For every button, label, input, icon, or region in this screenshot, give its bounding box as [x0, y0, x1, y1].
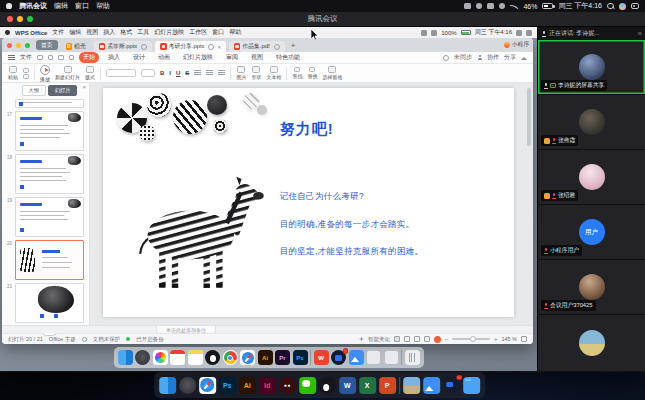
- file-menu-button[interactable]: 文件: [20, 53, 32, 62]
- new-tab-button[interactable]: +: [288, 41, 299, 52]
- print-icon[interactable]: [48, 55, 54, 61]
- align-right-icon[interactable]: [218, 70, 225, 76]
- video-tile[interactable]: 张燕霞: [538, 95, 645, 150]
- tab-home[interactable]: 首页: [36, 40, 58, 50]
- siri-icon[interactable]: [619, 3, 626, 10]
- status-icon[interactable]: [476, 3, 483, 10]
- photo-file-icon[interactable]: [403, 377, 420, 394]
- launchpad-icon[interactable]: [179, 377, 196, 394]
- finder-icon[interactable]: [118, 350, 133, 365]
- close-panel-icon[interactable]: ×: [82, 84, 86, 90]
- font-family-select[interactable]: [106, 69, 136, 77]
- photoshop-icon[interactable]: Ps: [219, 377, 236, 394]
- menu-item-help[interactable]: 帮助: [96, 1, 110, 11]
- tab-document-active[interactable]: 考研分享.pptx×: [155, 41, 226, 52]
- wps-icon[interactable]: W: [314, 350, 329, 365]
- weiyun-icon[interactable]: [423, 377, 440, 394]
- wps-zoom-button[interactable]: [25, 43, 30, 48]
- sync-status[interactable]: 未同步: [454, 53, 472, 62]
- align-left-icon[interactable]: [194, 70, 201, 76]
- share-button[interactable]: 分享: [504, 53, 516, 62]
- powerpoint-icon[interactable]: P: [379, 377, 396, 394]
- insert-picture-button[interactable]: 图片: [236, 66, 246, 80]
- close-tab-icon[interactable]: ×: [217, 44, 221, 50]
- paste-button[interactable]: 粘贴: [8, 66, 18, 80]
- collapse-ribbon-icon[interactable]: [521, 54, 527, 60]
- spotlight-search-icon[interactable]: [607, 3, 614, 10]
- vertical-scrollbar[interactable]: [527, 88, 531, 146]
- creative-cloud-icon[interactable]: ●●: [279, 377, 296, 394]
- qq-icon[interactable]: [205, 350, 220, 365]
- collaborate-button[interactable]: 协作: [487, 53, 499, 62]
- zoom-button[interactable]: [27, 16, 33, 22]
- ribbon-tab-review[interactable]: 审阅: [222, 52, 242, 63]
- ribbon-tab-insert[interactable]: 插入: [104, 52, 124, 63]
- collapse-sidebar-icon[interactable]: »: [638, 29, 641, 38]
- slide-thumbnail-18[interactable]: 18: [15, 154, 84, 194]
- applet-entry[interactable]: 小程序: [504, 40, 529, 49]
- menubar-clock[interactable]: 周三 下午4:16: [558, 1, 602, 11]
- photoshop-icon[interactable]: Ps: [293, 350, 308, 365]
- slide-canvas[interactable]: 努力吧! 记住自己为什么考研? 目的明确,准备的每一步才会踏实。 目的坚定,才能…: [90, 83, 533, 325]
- bold-button[interactable]: B: [160, 70, 164, 76]
- ribbon-tab-design[interactable]: 设计: [129, 52, 149, 63]
- current-slide[interactable]: 努力吧! 记住自己为什么考研? 目的明确,准备的每一步才会踏实。 目的坚定,才能…: [103, 88, 514, 317]
- excel-icon[interactable]: X: [359, 377, 376, 394]
- document-window-icon[interactable]: [384, 350, 399, 365]
- minimize-button[interactable]: [17, 16, 23, 22]
- cut-icon[interactable]: [23, 68, 29, 73]
- panel-tab-outline[interactable]: 大纲: [22, 85, 46, 96]
- slide-sorter-icon[interactable]: [404, 336, 410, 342]
- calendar-icon[interactable]: [170, 350, 185, 365]
- status-icon[interactable]: [487, 3, 494, 10]
- menubar-app-name[interactable]: 腾讯会议: [19, 1, 47, 11]
- video-tile[interactable]: 用户 小程序用户: [538, 205, 645, 260]
- video-tile[interactable]: 会议用户370425: [538, 260, 645, 315]
- slide-thumbnail-partial[interactable]: [15, 99, 84, 108]
- safari-icon[interactable]: [240, 350, 255, 365]
- close-button[interactable]: [7, 16, 13, 22]
- word-icon[interactable]: W: [339, 377, 356, 394]
- zoom-slider[interactable]: [452, 338, 490, 340]
- photos-icon[interactable]: [153, 350, 168, 365]
- ribbon-tab-start[interactable]: 开始: [79, 52, 99, 63]
- chrome-icon[interactable]: [223, 350, 238, 365]
- layout-button[interactable]: 版式: [85, 66, 95, 80]
- finder-icon[interactable]: [159, 377, 176, 394]
- meeting-app-icon[interactable]: [443, 377, 460, 394]
- ribbon-tab-view[interactable]: 视图: [247, 52, 267, 63]
- insert-shape-button[interactable]: 形状: [251, 66, 261, 80]
- ribbon-tab-slideshow[interactable]: 幻灯片放映: [179, 52, 217, 63]
- notes-view-icon[interactable]: [424, 336, 430, 342]
- find-button[interactable]: 查找: [292, 67, 302, 79]
- cloud-sync-icon[interactable]: [443, 55, 449, 61]
- indesign-icon[interactable]: Id: [259, 377, 276, 394]
- premiere-icon[interactable]: Pr: [275, 350, 290, 365]
- normal-view-icon[interactable]: [394, 336, 400, 342]
- wechat-icon[interactable]: [299, 377, 316, 394]
- redo-icon[interactable]: [69, 55, 75, 61]
- selection-pane-button[interactable]: 选择窗格: [322, 66, 342, 80]
- tab-docer[interactable]: D稻壳: [61, 41, 91, 52]
- launchpad-icon[interactable]: [135, 350, 150, 365]
- undo-icon[interactable]: [58, 55, 64, 61]
- meeting-app-icon[interactable]: [331, 350, 346, 365]
- menu-item-edit[interactable]: 编辑: [54, 1, 68, 11]
- ribbon-tab-special[interactable]: 特色功能: [272, 52, 304, 63]
- text-box-button[interactable]: 文本框: [266, 66, 281, 80]
- wps-close-button[interactable]: [7, 43, 12, 48]
- panel-tab-slides[interactable]: 幻灯片: [48, 85, 78, 96]
- replace-button[interactable]: 替换: [307, 67, 317, 79]
- tab-document-1[interactable]: 孟菲斯.pptx: [94, 41, 152, 52]
- new-slide-button[interactable]: 新建幻灯片: [55, 66, 80, 80]
- zoom-in-button[interactable]: +: [494, 336, 497, 342]
- beautify-button[interactable]: 智能美化: [368, 336, 390, 343]
- ribbon-tab-animation[interactable]: 动画: [154, 52, 174, 63]
- strikethrough-button[interactable]: S: [185, 70, 189, 76]
- save-icon[interactable]: [37, 55, 43, 61]
- italic-button[interactable]: I: [169, 70, 171, 76]
- folder-icon[interactable]: [463, 377, 480, 394]
- illustrator-icon[interactable]: Ai: [239, 377, 256, 394]
- protect-status[interactable]: 文档未保护: [93, 336, 121, 343]
- align-center-icon[interactable]: [206, 70, 213, 76]
